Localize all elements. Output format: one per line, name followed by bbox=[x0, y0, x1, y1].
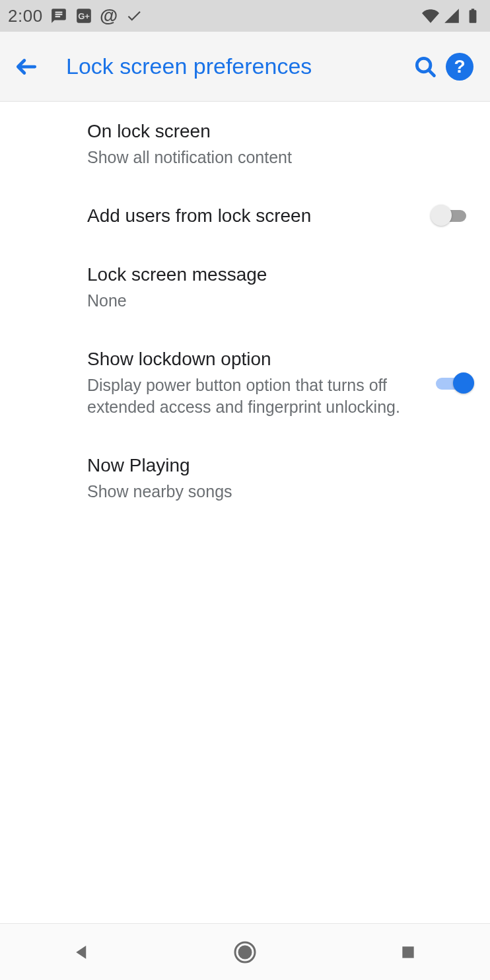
checkmark-icon bbox=[125, 7, 143, 25]
navbar bbox=[0, 923, 490, 980]
setting-subtitle: Display power button option that turns o… bbox=[87, 374, 423, 419]
at-sign-icon: @ bbox=[100, 7, 118, 25]
statusbar-time: 2:00 bbox=[8, 6, 43, 26]
toggle-thumb bbox=[431, 205, 452, 226]
setting-title: Add users from lock screen bbox=[87, 203, 423, 228]
nav-home-button[interactable] bbox=[228, 936, 262, 969]
statusbar-right bbox=[421, 7, 482, 25]
message-icon bbox=[50, 7, 68, 25]
setting-title: Now Playing bbox=[87, 453, 461, 478]
statusbar-left: 2:00 G+ @ bbox=[8, 6, 143, 26]
setting-subtitle: None bbox=[87, 290, 461, 312]
setting-subtitle: Show nearby songs bbox=[87, 481, 461, 503]
search-button[interactable] bbox=[408, 54, 442, 79]
search-icon bbox=[413, 54, 438, 79]
back-arrow-icon bbox=[14, 54, 39, 79]
svg-text:G+: G+ bbox=[78, 11, 90, 21]
setting-title: Show lockdown option bbox=[87, 347, 423, 372]
cellular-signal-icon bbox=[442, 7, 461, 25]
setting-title: On lock screen bbox=[87, 119, 461, 144]
setting-add-users[interactable]: Add users from lock screen bbox=[0, 186, 490, 246]
nav-back-icon bbox=[72, 942, 92, 962]
toggle-thumb bbox=[453, 372, 474, 394]
appbar: Lock screen preferences ? bbox=[0, 32, 490, 102]
help-icon: ? bbox=[446, 53, 473, 81]
google-plus-icon: G+ bbox=[75, 7, 93, 25]
settings-list: On lock screen Show all notification con… bbox=[0, 102, 490, 520]
setting-now-playing[interactable]: Now Playing Show nearby songs bbox=[0, 436, 490, 520]
svg-rect-6 bbox=[403, 946, 414, 958]
svg-line-3 bbox=[429, 70, 434, 75]
nav-recent-button[interactable] bbox=[392, 936, 425, 969]
back-button[interactable] bbox=[13, 54, 40, 79]
setting-subtitle: Show all notification content bbox=[87, 147, 461, 169]
page-title: Lock screen preferences bbox=[66, 53, 408, 79]
setting-title: Lock screen message bbox=[87, 262, 461, 287]
nav-back-button[interactable] bbox=[65, 936, 98, 969]
statusbar: 2:00 G+ @ bbox=[0, 0, 490, 32]
battery-icon bbox=[464, 7, 482, 25]
nav-recent-icon bbox=[400, 944, 417, 961]
setting-on-lock-screen[interactable]: On lock screen Show all notification con… bbox=[0, 102, 490, 186]
setting-lock-screen-message[interactable]: Lock screen message None bbox=[0, 245, 490, 330]
nav-home-icon bbox=[233, 940, 257, 964]
toggle-add-users[interactable] bbox=[433, 205, 472, 226]
svg-point-5 bbox=[238, 945, 252, 959]
setting-show-lockdown[interactable]: Show lockdown option Display power butto… bbox=[0, 330, 490, 436]
help-button[interactable]: ? bbox=[442, 53, 477, 81]
wifi-icon bbox=[421, 7, 440, 25]
toggle-show-lockdown[interactable] bbox=[433, 372, 472, 394]
